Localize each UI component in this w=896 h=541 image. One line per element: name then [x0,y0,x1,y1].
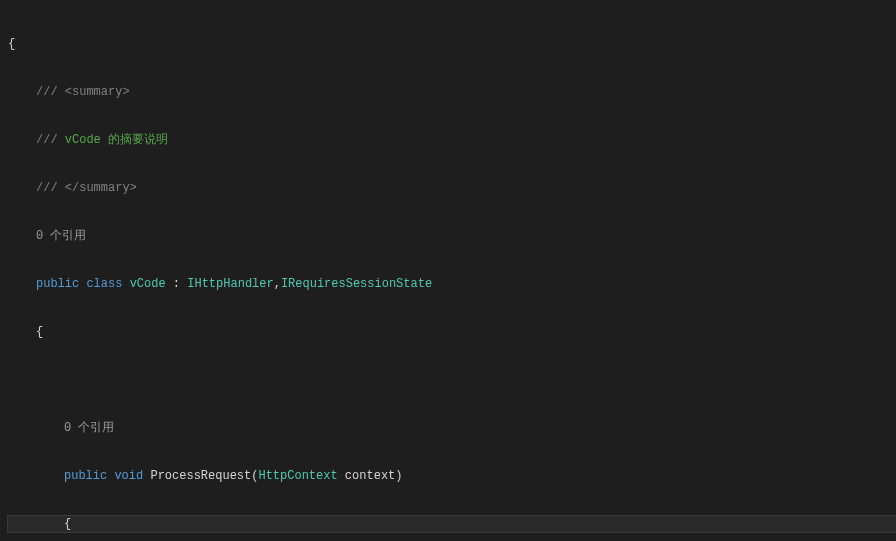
punct: : [166,276,188,292]
keyword: class [86,276,122,292]
keyword: void [114,468,143,484]
xmldoc: /// [36,84,65,100]
interface: IRequiresSessionState [281,276,432,292]
code-line: { [8,36,896,52]
xmldoc-tag: <summary> [65,84,130,100]
xmldoc: /// [36,132,58,148]
code-line: { [8,324,896,340]
keyword: public [64,468,107,484]
code-line: public class vCode : IHttpHandler,IRequi… [8,276,896,292]
code-line: public void ProcessRequest(HttpContext c… [8,468,896,484]
type-name: vCode [130,276,166,292]
code-line: 0 个引用 [8,228,896,244]
brace: { [64,516,71,532]
code-line-current: { [8,516,896,532]
xmldoc-text: vCode 的摘要说明 [58,132,168,148]
code-line: 0 个引用 [8,420,896,436]
method-name: ProcessRequest( [143,468,258,484]
references-count[interactable]: 0 个引用 [64,420,114,436]
type-name: HttpContext [258,468,337,484]
xmldoc-tag: </summary> [65,180,137,196]
keyword: public [36,276,79,292]
xmldoc: /// [36,180,65,196]
brace: { [36,324,43,340]
param: context) [338,468,403,484]
code-line: /// vCode 的摘要说明 [8,132,896,148]
code-line: /// </summary> [8,180,896,196]
brace: { [8,36,15,52]
punct: , [274,276,281,292]
code-line [8,372,896,388]
references-count[interactable]: 0 个引用 [36,228,86,244]
interface: IHttpHandler [187,276,273,292]
code-line: /// <summary> [8,84,896,100]
code-editor[interactable]: { /// <summary> /// vCode 的摘要说明 /// </su… [0,0,896,541]
